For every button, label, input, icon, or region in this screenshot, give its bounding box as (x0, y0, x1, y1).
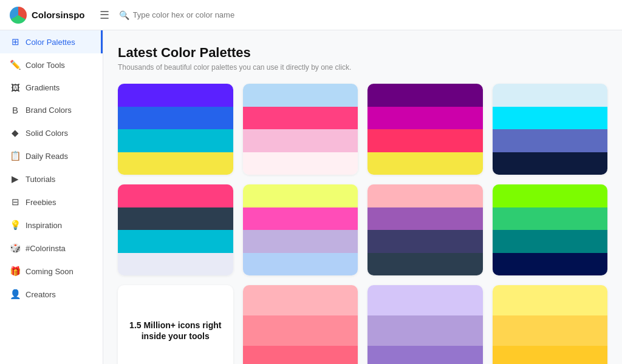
swatch-p5-0 (118, 184, 233, 207)
swatch-p4-1 (493, 107, 608, 130)
sidebar-item-left: 🎁 Coming Soon (10, 266, 73, 277)
swatch-p1-3 (118, 152, 233, 175)
sidebar-item-left: ✏️ Color Tools (10, 59, 65, 70)
swatch-p3-3 (367, 152, 483, 175)
header: Colorsinspo ☰ 🔍 (0, 0, 622, 30)
swatch-row3-1-2 (367, 346, 483, 364)
sidebar-item-tutorials[interactable]: ▶ Tutorials (0, 167, 103, 190)
sidebar-item-left: ▶ Tutorials (10, 174, 55, 184)
sidebar-icon-color-palettes: ⊞ (10, 36, 21, 47)
palette-colors-p4 (493, 84, 608, 175)
swatch-p3-2 (367, 129, 483, 152)
palette-card-p5[interactable] (118, 184, 233, 275)
sidebar-icon-freebies: ⊟ (10, 197, 21, 207)
palette-colors-row3-0 (243, 285, 358, 364)
sidebar-item-color-palettes[interactable]: ⊞ Color Palettes (0, 30, 103, 53)
swatch-p7-1 (367, 207, 483, 231)
swatch-row3-0-0 (243, 285, 358, 315)
swatch-p4-0 (493, 84, 608, 107)
palette-colors-p1 (118, 84, 233, 175)
sidebar-item-gradients[interactable]: 🖼 Gradients (0, 76, 103, 99)
swatch-p8-3 (493, 253, 608, 276)
sidebar-item-color-tools[interactable]: ✏️ Color Tools (0, 53, 103, 76)
sidebar-label-coming-soon: Coming Soon (26, 267, 73, 276)
sidebar-item-daily-reads[interactable]: 📋 Daily Reads (0, 144, 103, 167)
swatch-p6-3 (243, 253, 358, 276)
search-input[interactable] (133, 10, 612, 19)
palette-card-row3-1[interactable] (367, 285, 483, 364)
sidebar-item-left: B Brand Colors (10, 105, 72, 115)
sidebar-item-left: 💡 Inspiration (10, 220, 62, 231)
swatch-p6-2 (243, 230, 358, 253)
swatch-p8-1 (493, 207, 608, 231)
swatch-row3-0-2 (243, 346, 358, 364)
sidebar-item-colorinsta[interactable]: 🎲 #Colorinsta (0, 237, 103, 260)
swatch-p7-3 (367, 253, 483, 276)
swatch-p8-0 (493, 184, 608, 207)
logo-icon (10, 7, 27, 24)
sidebar-label-creators: Creators (26, 290, 56, 299)
palette-colors-p8 (493, 184, 608, 275)
swatch-p2-2 (243, 129, 358, 152)
sidebar-item-left: 👤 Creators (10, 289, 56, 300)
promo-title: 1.5 Million+ icons right inside your too… (125, 320, 226, 342)
sidebar: ⊞ Color Palettes ✏️ Color Tools 🖼 Gradie… (0, 30, 103, 364)
swatch-row3-1-0 (367, 285, 483, 315)
palette-colors-p5 (118, 184, 233, 275)
logo-area: Colorsinspo (10, 7, 85, 24)
palette-grid: 1.5 Million+ icons right inside your too… (118, 84, 607, 364)
sidebar-label-daily-reads: Daily Reads (26, 152, 68, 161)
hamburger-button[interactable]: ☰ (97, 6, 112, 24)
palette-card-p2[interactable] (243, 84, 358, 175)
sidebar-icon-daily-reads: 📋 (10, 150, 21, 161)
swatch-p7-2 (367, 230, 483, 253)
sidebar-label-freebies: Freebies (26, 198, 56, 207)
sidebar-item-brand-colors[interactable]: B Brand Colors (0, 99, 103, 121)
palette-colors-row3-2 (493, 285, 608, 364)
palette-colors-p6 (243, 184, 358, 275)
palette-card-p3[interactable] (367, 84, 483, 175)
swatch-p3-0 (367, 84, 483, 107)
layout: ⊞ Color Palettes ✏️ Color Tools 🖼 Gradie… (0, 30, 622, 364)
palette-card-row3-2[interactable] (493, 285, 608, 364)
page-title: Latest Color Palettes (118, 45, 607, 61)
palette-card-p8[interactable] (493, 184, 608, 275)
swatch-p6-1 (243, 207, 358, 231)
palette-colors-p3 (367, 84, 483, 175)
palette-card-p4[interactable] (493, 84, 608, 175)
sidebar-item-left: ⊟ Freebies (10, 197, 56, 207)
swatch-row3-2-2 (493, 346, 608, 364)
sidebar-item-freebies[interactable]: ⊟ Freebies (0, 190, 103, 214)
swatch-p5-2 (118, 230, 233, 253)
palette-card-p1[interactable] (118, 84, 233, 175)
swatch-p2-3 (243, 152, 358, 175)
sidebar-label-tutorials: Tutorials (26, 175, 55, 184)
swatch-p2-0 (243, 84, 358, 107)
sidebar-icon-coming-soon: 🎁 (10, 266, 21, 277)
logo-text: Colorsinspo (32, 10, 85, 20)
palette-colors-p2 (243, 84, 358, 175)
sidebar-icon-colorinsta: 🎲 (10, 243, 21, 254)
sidebar-label-solid-colors: Solid Colors (26, 129, 68, 138)
palette-card-p7[interactable] (367, 184, 483, 275)
search-icon: 🔍 (119, 10, 129, 20)
palette-card-row3-0[interactable] (243, 285, 358, 364)
sidebar-item-creators[interactable]: 👤 Creators (0, 283, 103, 306)
sidebar-item-inspiration[interactable]: 💡 Inspiration (0, 214, 103, 237)
swatch-row3-2-1 (493, 315, 608, 346)
swatch-p5-1 (118, 207, 233, 231)
sidebar-item-left: ◆ Solid Colors (10, 127, 68, 138)
sidebar-item-left: 🖼 Gradients (10, 83, 60, 93)
swatch-p5-3 (118, 253, 233, 276)
sidebar-item-left: ⊞ Color Palettes (10, 36, 75, 47)
sidebar-icon-color-tools: ✏️ (10, 59, 21, 70)
promo-card[interactable]: 1.5 Million+ icons right inside your too… (118, 285, 233, 364)
swatch-p3-1 (367, 107, 483, 130)
swatch-row3-1-1 (367, 315, 483, 346)
search-area: 🔍 (119, 10, 612, 20)
sidebar-item-solid-colors[interactable]: ◆ Solid Colors (0, 121, 103, 144)
sidebar-icon-tutorials: ▶ (10, 174, 21, 184)
sidebar-item-coming-soon[interactable]: 🎁 Coming Soon (0, 260, 103, 283)
palette-card-p6[interactable] (243, 184, 358, 275)
swatch-p8-2 (493, 230, 608, 253)
